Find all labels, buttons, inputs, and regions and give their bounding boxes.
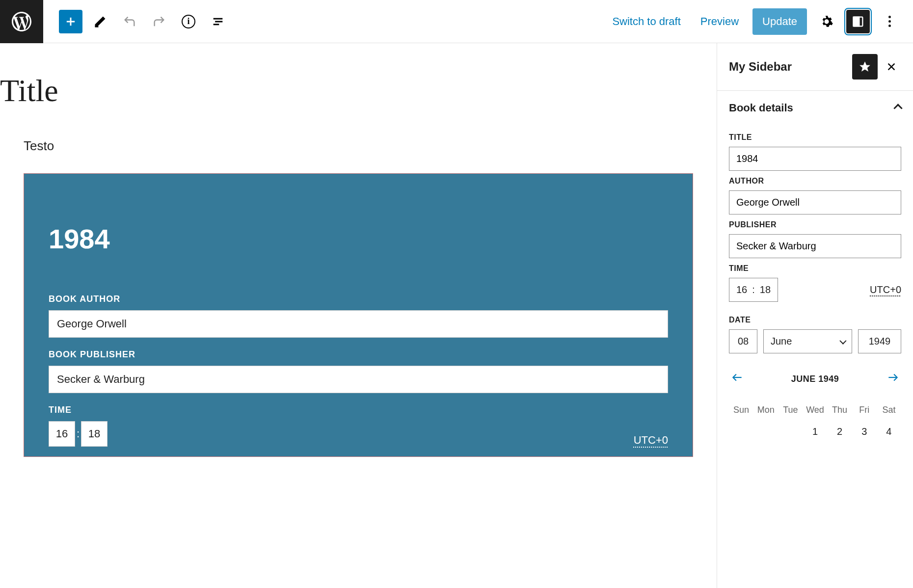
- book-time-label: TIME: [49, 405, 668, 415]
- calendar-day-head: Thu: [828, 401, 852, 419]
- top-toolbar: i Switch to draft Preview Update: [0, 0, 913, 43]
- svg-marker-8: [859, 61, 870, 72]
- field-time-label: TIME: [729, 264, 901, 273]
- more-options-button[interactable]: [878, 10, 901, 33]
- preview-button[interactable]: Preview: [695, 11, 745, 32]
- field-publisher-input[interactable]: [729, 234, 901, 258]
- editor-canvas[interactable]: Title Testo 1984 BOOK AUTHOR BOOK PUBLIS…: [0, 43, 717, 588]
- field-author-label: AUTHOR: [729, 177, 901, 186]
- field-title-input[interactable]: [729, 147, 901, 171]
- calendar-cell[interactable]: [729, 419, 753, 444]
- edit-tool-button[interactable]: [88, 10, 112, 33]
- date-month-value: June: [771, 336, 792, 347]
- date-year-input[interactable]: 1949: [858, 329, 901, 353]
- chevron-down-icon: [839, 337, 846, 344]
- info-icon: i: [182, 15, 195, 28]
- calendar-grid: Sun Mon Tue Wed Thu Fri Sat 1 2 3 4: [729, 401, 901, 444]
- calendar-cell[interactable]: 3: [852, 419, 877, 444]
- chevron-up-icon: [893, 104, 902, 112]
- undo-button[interactable]: [118, 10, 141, 33]
- calendar-cell[interactable]: 1: [803, 419, 827, 444]
- date-month-select[interactable]: June: [763, 329, 852, 353]
- field-timezone[interactable]: UTC+0: [870, 284, 901, 295]
- date-day-input[interactable]: 08: [729, 329, 757, 353]
- add-block-button[interactable]: [59, 10, 82, 33]
- outline-button[interactable]: [206, 10, 230, 33]
- book-time-hour[interactable]: 16: [49, 421, 75, 447]
- calendar-day-head: Mon: [753, 401, 778, 419]
- field-time-input[interactable]: 16 : 18: [729, 278, 778, 302]
- field-author-input[interactable]: [729, 190, 901, 214]
- calendar-day-head: Wed: [803, 401, 827, 419]
- calendar-cell[interactable]: [778, 419, 803, 444]
- calendar-day-head: Sat: [877, 401, 901, 419]
- book-publisher-label: BOOK PUBLISHER: [49, 349, 668, 360]
- panel-book-details-header[interactable]: Book details: [717, 91, 913, 125]
- svg-rect-7: [854, 17, 859, 26]
- field-title-label: TITLE: [729, 133, 901, 142]
- wordpress-logo[interactable]: [0, 0, 43, 43]
- field-date-label: DATE: [729, 316, 901, 324]
- book-timezone[interactable]: UTC+0: [634, 434, 668, 447]
- post-body-text[interactable]: Testo: [24, 138, 693, 154]
- calendar-cell[interactable]: [753, 419, 778, 444]
- field-time-minute: 18: [760, 284, 771, 295]
- calendar-day-head: Sun: [729, 401, 753, 419]
- update-button[interactable]: Update: [752, 8, 807, 35]
- sidebar-star-button[interactable]: [852, 54, 878, 80]
- calendar-day-head: Fri: [852, 401, 877, 419]
- field-publisher-label: PUBLISHER: [729, 220, 901, 229]
- calendar-prev-button[interactable]: [731, 371, 744, 387]
- book-time-minute[interactable]: 18: [81, 421, 107, 447]
- book-publisher-input[interactable]: [49, 366, 668, 393]
- calendar-cell[interactable]: 4: [877, 419, 901, 444]
- sidebar-toggle-button[interactable]: [846, 10, 870, 33]
- calendar-day-head: Tue: [778, 401, 803, 419]
- redo-button[interactable]: [147, 10, 171, 33]
- field-time-hour: 16: [736, 284, 747, 295]
- book-block[interactable]: 1984 BOOK AUTHOR BOOK PUBLISHER TIME 16 …: [24, 173, 693, 457]
- calendar-month-label: JUNE 1949: [791, 374, 839, 384]
- settings-sidebar: My Sidebar Book details TITLE AUTHOR: [717, 43, 913, 588]
- settings-button[interactable]: [815, 10, 838, 33]
- sidebar-title: My Sidebar: [729, 60, 792, 74]
- book-author-label: BOOK AUTHOR: [49, 294, 668, 304]
- calendar-next-button[interactable]: [886, 371, 899, 387]
- post-title[interactable]: Title: [0, 43, 717, 119]
- switch-to-draft-button[interactable]: Switch to draft: [606, 11, 686, 32]
- svg-rect-2: [95, 26, 99, 27]
- calendar-cell[interactable]: 2: [828, 419, 852, 444]
- sidebar-close-button[interactable]: [882, 57, 901, 77]
- book-author-input[interactable]: [49, 310, 668, 338]
- panel-title: Book details: [729, 102, 793, 114]
- book-block-title: 1984: [49, 223, 668, 255]
- info-button[interactable]: i: [177, 10, 200, 33]
